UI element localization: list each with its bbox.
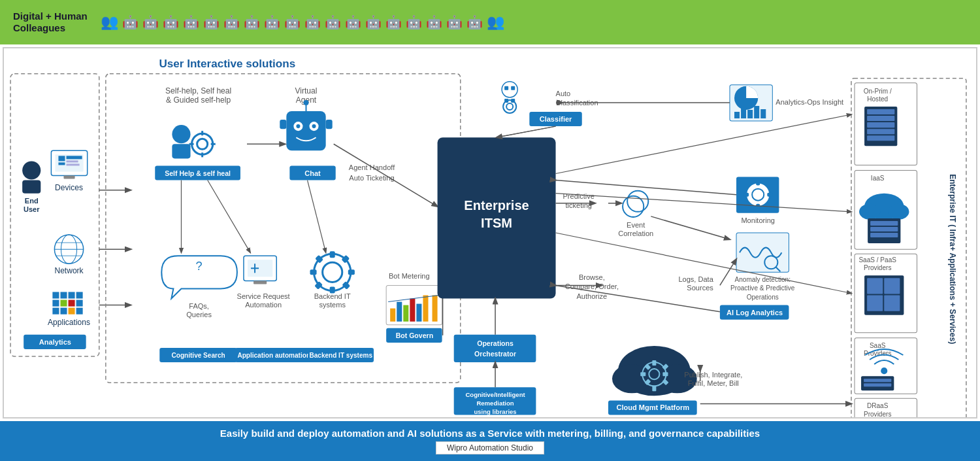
main-container: Digital + Human Colleagues 👥 🤖 🤖 🤖 🤖 🤖 🤖… bbox=[0, 0, 980, 461]
cloud-gear-tooth2 bbox=[652, 386, 656, 391]
cog-rem-label2: Remediation bbox=[476, 400, 514, 407]
bottom-section: Easily build and deploy automation and A… bbox=[0, 421, 980, 461]
banner-title-line1: Digital + Human bbox=[13, 10, 88, 22]
devices-stand bbox=[63, 176, 74, 179]
analytics-bar5 bbox=[760, 109, 766, 118]
anomaly-label2: Proactive & Predictive bbox=[730, 284, 795, 292]
robot-icon-12: 🤖 bbox=[345, 14, 361, 30]
robot-icon-3: 🤖 bbox=[163, 14, 179, 30]
robot-icon-15: 🤖 bbox=[406, 14, 422, 30]
user-interactive-title: User Interactive solutions bbox=[159, 58, 295, 70]
robot-icon-4: 🤖 bbox=[183, 14, 199, 30]
predictive-ticketing-label1: Predictive bbox=[563, 192, 595, 200]
app-icon-2 bbox=[60, 292, 67, 298]
banner-title-line2: Colleagues bbox=[13, 22, 88, 34]
end-user-label: End bbox=[25, 197, 39, 205]
cloud-gear-tooth1 bbox=[652, 360, 656, 366]
cog-rem-label1: Cognitive/Intelligent bbox=[465, 391, 525, 398]
monitoring-gear-tooth2 bbox=[756, 204, 760, 209]
server4-onprim bbox=[867, 129, 894, 134]
end-user-label2: User bbox=[24, 205, 40, 213]
iaas-cloud-left bbox=[859, 204, 880, 220]
app-icon-9 bbox=[52, 308, 59, 315]
browse-compare-label1: Browse, bbox=[579, 273, 605, 281]
chatbot-body bbox=[286, 111, 325, 150]
bg-bar5 bbox=[416, 304, 421, 322]
bottom-main-text: Easily build and deploy automation and A… bbox=[13, 428, 967, 439]
ai-log-analytics-label: AI Log Analytics bbox=[727, 309, 783, 316]
robot-icon-6: 🤖 bbox=[223, 14, 240, 30]
auto-class-text1: Auto bbox=[556, 90, 571, 97]
server5-onprim bbox=[867, 135, 894, 141]
chatbot-antenna-ball bbox=[303, 100, 308, 105]
monitoring-gear-tooth1 bbox=[756, 180, 760, 186]
cloud-gear-tooth4 bbox=[662, 372, 668, 376]
cog-rem-label3: using libraries bbox=[474, 408, 516, 415]
saas-providers-label1: SaaS bbox=[870, 342, 886, 349]
bg-bar7 bbox=[433, 296, 438, 322]
chat-box-label: Chat bbox=[304, 169, 321, 177]
backend-it-label1: Backend IT bbox=[314, 292, 351, 300]
analytics-bar4 bbox=[754, 106, 759, 118]
iaas-label: IaaS bbox=[871, 175, 885, 182]
self-help-text2: & Guided self-help bbox=[166, 95, 231, 105]
devices-screen-item5 bbox=[67, 163, 80, 165]
arrow-chat-backend bbox=[307, 180, 325, 253]
backend-tooth-bl bbox=[314, 281, 323, 290]
app-automation-label: Application automation bbox=[237, 352, 310, 359]
robot-icon-2: 🤖 bbox=[142, 14, 159, 30]
draas-label2: Providers bbox=[864, 411, 891, 417]
enterprise-it-label: Enterprise IT ( Infra+ Applications + Se… bbox=[948, 174, 957, 344]
draas-label1: DRaaS bbox=[867, 402, 889, 409]
cognitive-search-label: Cognitive Search bbox=[172, 352, 225, 359]
backend-gear-inner bbox=[323, 262, 342, 282]
server2-saas bbox=[864, 383, 891, 386]
applications-label: Applications bbox=[48, 318, 90, 327]
monitoring-gear-tooth3 bbox=[743, 193, 749, 197]
enterprise-itsm-text1: Enterprise bbox=[464, 198, 529, 213]
server1-onprim bbox=[867, 109, 894, 114]
monitoring-gear-tooth4 bbox=[767, 193, 772, 197]
analytics-label: Analytics bbox=[39, 338, 71, 346]
app-icon-12 bbox=[76, 308, 83, 315]
wipro-badge: Wipro Automation Studio bbox=[436, 441, 544, 454]
auto-class-chest1 bbox=[504, 99, 508, 103]
saas-grid4 bbox=[884, 296, 900, 311]
server2-iaas bbox=[870, 227, 898, 231]
predictive-ticketing-label2: ticketing bbox=[565, 201, 592, 209]
auto-class-robot-eye2 bbox=[511, 86, 515, 90]
bot-metering-label: Bot Metering bbox=[389, 272, 430, 280]
publish-integrate-label1: Publish, Integrate, bbox=[684, 371, 742, 379]
app-icon-7 bbox=[69, 300, 75, 307]
app-icon-10 bbox=[60, 308, 67, 315]
bg-bar1 bbox=[390, 309, 395, 322]
agent-handoff-text2: Auto Ticketing bbox=[349, 174, 394, 182]
backend-tooth-left bbox=[310, 269, 317, 275]
backend-tooth-top bbox=[330, 251, 335, 258]
analytics-bar1 bbox=[734, 112, 740, 118]
server-rack-saas bbox=[861, 376, 894, 390]
faqs-label2: Queries bbox=[186, 311, 212, 318]
backend-tooth-right bbox=[348, 269, 355, 275]
arrow-itsm-classifier bbox=[497, 126, 555, 137]
bg-bar4 bbox=[410, 299, 415, 322]
robot-icon-18: 🤖 bbox=[466, 14, 483, 30]
chatbot-ear-right bbox=[326, 120, 333, 129]
publish-integrate-label2: Fulfil, Meter, Bill bbox=[688, 379, 739, 387]
browse-compare-label2: Compare, Order, bbox=[565, 282, 619, 290]
faqs-label1: FAQs, bbox=[189, 302, 209, 310]
app-icon-6 bbox=[60, 300, 67, 307]
virtual-agent-text1: Virtual bbox=[295, 86, 318, 95]
monitoring-gear-outer bbox=[746, 183, 770, 207]
anomaly-label3: Operations bbox=[747, 294, 779, 301]
bg-bar6 bbox=[423, 296, 428, 322]
robot-icon-7: 🤖 bbox=[244, 14, 260, 30]
app-icon-1 bbox=[52, 292, 59, 298]
operations-orch-label1: Operations bbox=[477, 339, 514, 347]
enterprise-itsm-text2: ITSM bbox=[481, 216, 512, 230]
auto-class-gear-inner bbox=[506, 103, 513, 110]
robot-icon-11: 🤖 bbox=[325, 14, 341, 30]
saas-paas-label2: Providers bbox=[864, 264, 891, 271]
anomaly-label1: Anomaly detection: bbox=[735, 276, 791, 283]
chatbot-pupil-left bbox=[296, 124, 300, 128]
